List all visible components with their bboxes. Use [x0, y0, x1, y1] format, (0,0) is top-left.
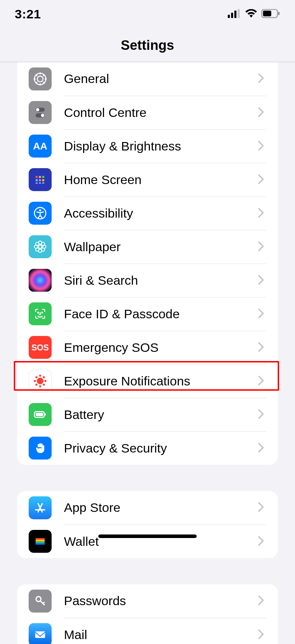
flower-icon	[29, 235, 52, 258]
row-label: App Store	[64, 501, 255, 515]
svg-point-47	[45, 380, 47, 382]
hand-icon	[29, 437, 52, 460]
status-bar: 3:21	[0, 0, 295, 29]
chevron-right-icon	[258, 536, 264, 547]
svg-point-42	[42, 312, 42, 313]
apps-icon	[29, 168, 52, 191]
body-icon	[29, 202, 52, 225]
home-indicator[interactable]	[98, 534, 197, 538]
aa-icon: AA	[29, 135, 52, 158]
svg-rect-5	[263, 11, 271, 16]
chevron-right-icon	[258, 629, 264, 640]
battery-icon	[261, 9, 280, 19]
row-accessibility[interactable]: Accessibility	[17, 196, 278, 230]
mail-icon	[29, 623, 52, 644]
row-control-centre[interactable]: Control Centre	[17, 96, 278, 129]
row-label: Mail	[64, 627, 255, 642]
svg-point-32	[39, 245, 42, 248]
svg-point-38	[41, 242, 45, 246]
svg-point-37	[36, 242, 39, 246]
row-general[interactable]: General	[17, 62, 278, 96]
row-label: Passwords	[64, 594, 255, 609]
svg-rect-22	[39, 176, 41, 178]
svg-point-7	[37, 76, 43, 82]
svg-rect-59	[36, 538, 45, 540]
status-time: 3:21	[15, 7, 41, 22]
row-label: General	[64, 72, 255, 87]
row-label: Control Centre	[64, 105, 255, 120]
chevron-right-icon	[258, 208, 264, 219]
chevron-right-icon	[258, 241, 264, 253]
svg-rect-6	[278, 12, 279, 15]
svg-point-48	[35, 376, 37, 378]
row-label: Siri & Search	[64, 273, 255, 288]
row-siri[interactable]: Siri & Search	[17, 264, 278, 297]
svg-point-39	[36, 248, 39, 251]
covid-icon	[29, 370, 52, 392]
battery-full-icon	[29, 403, 52, 426]
svg-rect-53	[36, 413, 43, 416]
chevron-right-icon	[258, 308, 264, 320]
settings-section-2: Passwords Mail	[17, 584, 278, 644]
chevron-right-icon	[258, 342, 264, 353]
row-label: Wallpaper	[64, 240, 255, 254]
chevron-right-icon	[258, 376, 264, 387]
settings-section-1: App Store Wallet	[17, 491, 278, 558]
row-label: Home Screen	[64, 172, 255, 187]
row-label: Accessibility	[64, 206, 255, 221]
row-wallpaper[interactable]: Wallpaper	[17, 230, 278, 264]
page-title: Settings	[121, 37, 174, 53]
face-icon	[29, 302, 52, 325]
svg-point-49	[43, 376, 45, 378]
row-wallet[interactable]: Wallet	[17, 525, 278, 558]
svg-rect-28	[39, 183, 41, 184]
row-privacy[interactable]: Privacy & Security	[17, 431, 278, 465]
svg-point-20	[41, 114, 44, 117]
svg-rect-60	[36, 540, 45, 542]
svg-rect-25	[39, 179, 41, 181]
svg-point-43	[37, 378, 44, 384]
svg-point-31	[39, 209, 41, 211]
svg-rect-27	[36, 183, 38, 184]
svg-point-41	[38, 312, 39, 313]
svg-point-40	[41, 248, 45, 251]
title-bar: Settings	[0, 29, 295, 62]
siri-icon	[29, 269, 52, 292]
row-label: Battery	[64, 407, 255, 422]
row-label: Privacy & Security	[64, 441, 255, 456]
svg-rect-21	[36, 176, 38, 178]
svg-rect-62	[36, 543, 45, 545]
svg-point-45	[39, 385, 41, 388]
svg-point-44	[39, 374, 41, 377]
chevron-right-icon	[258, 502, 264, 513]
svg-rect-0	[228, 15, 230, 18]
chevron-right-icon	[258, 107, 264, 118]
svg-point-51	[43, 384, 45, 386]
svg-rect-26	[42, 179, 44, 181]
gear-icon	[29, 67, 52, 90]
svg-rect-54	[45, 413, 46, 416]
chevron-right-icon	[258, 174, 264, 185]
row-display[interactable]: AA Display & Brightness	[17, 129, 278, 163]
row-label: Face ID & Passcode	[64, 307, 255, 321]
row-battery[interactable]: Battery	[17, 398, 278, 431]
svg-rect-23	[42, 176, 44, 178]
status-icons	[228, 9, 280, 19]
row-label: Display & Brightness	[64, 139, 255, 154]
svg-point-46	[34, 380, 36, 382]
row-sos[interactable]: SOS Emergency SOS	[17, 331, 278, 364]
row-home-screen[interactable]: Home Screen	[17, 163, 278, 196]
row-appstore[interactable]: App Store	[17, 491, 278, 525]
svg-rect-3	[238, 9, 240, 18]
svg-point-18	[36, 108, 39, 111]
wifi-icon	[245, 9, 258, 19]
row-faceid[interactable]: Face ID & Passcode	[17, 297, 278, 331]
row-passwords[interactable]: Passwords	[17, 584, 278, 618]
row-exposure[interactable]: Exposure Notifications	[17, 364, 278, 398]
row-mail[interactable]: Mail	[17, 618, 278, 644]
svg-rect-2	[235, 11, 237, 18]
row-label: Exposure Notifications	[64, 374, 255, 389]
settings-section-0: General Control Centre AA Display & Brig…	[17, 62, 278, 465]
svg-point-50	[35, 384, 37, 386]
wallet-icon	[29, 530, 52, 553]
